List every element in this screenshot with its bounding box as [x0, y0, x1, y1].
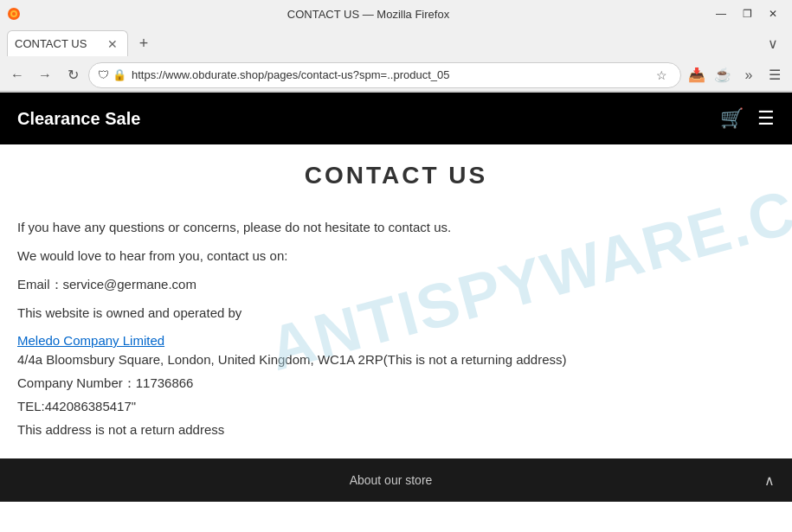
window-controls: — ❐ ✕ [709, 4, 785, 23]
store-header-icons: 🛒 ☰ [720, 107, 775, 130]
address-bar[interactable]: 🛡 🔒 ☆ [88, 62, 681, 88]
store-logo: Clearance Sale [17, 109, 140, 129]
nav-bar: ← → ↻ 🛡 🔒 ☆ 📥 ☕ » ☰ [0, 59, 792, 92]
email-value: service@germane.com [63, 277, 196, 292]
company-number-label: Company Number： [17, 375, 136, 390]
footer-chevron-icon[interactable]: ∧ [764, 472, 775, 489]
title-bar: CONTACT US — Mozilla Firefox — ❐ ✕ [0, 0, 792, 28]
menu-button[interactable]: ☰ [757, 107, 775, 130]
nav-extra-buttons: 📥 ☕ » ☰ [685, 63, 787, 87]
email-label: Email： [17, 277, 63, 292]
company-name-link[interactable]: Meledo Company Limited [17, 333, 164, 348]
contact-text: If you have any questions or concerns, p… [17, 215, 775, 324]
lock-icon: 🔒 [113, 68, 126, 81]
page-content: CONTACT US If you have any questions or … [0, 144, 792, 458]
new-tab-button[interactable]: + [132, 31, 156, 55]
store-footer: About our store ∧ [0, 458, 792, 502]
extensions-button[interactable]: » [737, 63, 761, 87]
close-button[interactable]: ✕ [761, 4, 785, 23]
reload-button[interactable]: ↻ [61, 63, 85, 87]
email-line: Email：service@germane.com [17, 272, 775, 296]
page-title: CONTACT US [17, 162, 775, 189]
tracking-protection-icon: 🛡 [98, 68, 109, 81]
address-bar-icons: 🛡 🔒 [98, 68, 126, 81]
tel-line: TEL:442086385417" [17, 394, 775, 418]
pocket-button[interactable]: 📥 [685, 63, 709, 87]
website: ANTISPYWARE.COM Clearance Sale 🛒 ☰ CONTA… [0, 93, 792, 502]
company-block: Meledo Company Limited 4/4a Bloomsbury S… [17, 333, 775, 441]
return-note: This address is not a return address [17, 418, 775, 441]
firefox-icon [7, 7, 21, 21]
intro-text-2: We would love to hear from you, contact … [17, 244, 775, 267]
address-text: 4/4a Bloomsbury Square, London, United K… [17, 348, 775, 371]
forward-button[interactable]: → [33, 63, 57, 87]
tab-bar: CONTACT US ✕ + ∨ [0, 28, 792, 59]
browser-chrome: CONTACT US — Mozilla Firefox — ❐ ✕ CONTA… [0, 0, 792, 93]
minimize-button[interactable]: — [709, 4, 733, 23]
owned-by-text: This website is owned and operated by [17, 301, 775, 324]
tab-label: CONTACT US [15, 37, 100, 50]
footer-about-label: About our store [17, 473, 764, 487]
sync-button[interactable]: ☕ [711, 63, 735, 87]
svg-point-2 [12, 12, 16, 16]
menu-button[interactable]: ☰ [763, 63, 787, 87]
back-button[interactable]: ← [5, 63, 29, 87]
tab-close-button[interactable]: ✕ [105, 36, 120, 52]
window-title: CONTACT US — Mozilla Firefox [28, 8, 709, 21]
company-number-value: 11736866 [136, 375, 194, 390]
cart-button[interactable]: 🛒 [720, 107, 744, 130]
intro-text-1: If you have any questions or concerns, p… [17, 215, 775, 239]
bookmark-button[interactable]: ☆ [651, 65, 672, 86]
maximize-button[interactable]: ❐ [735, 4, 759, 23]
active-tab[interactable]: CONTACT US ✕ [7, 30, 128, 56]
store-header: Clearance Sale 🛒 ☰ [0, 93, 792, 144]
company-number-line: Company Number：11736866 [17, 371, 775, 394]
url-input[interactable] [132, 68, 646, 81]
tab-list-button[interactable]: ∨ [761, 31, 785, 55]
